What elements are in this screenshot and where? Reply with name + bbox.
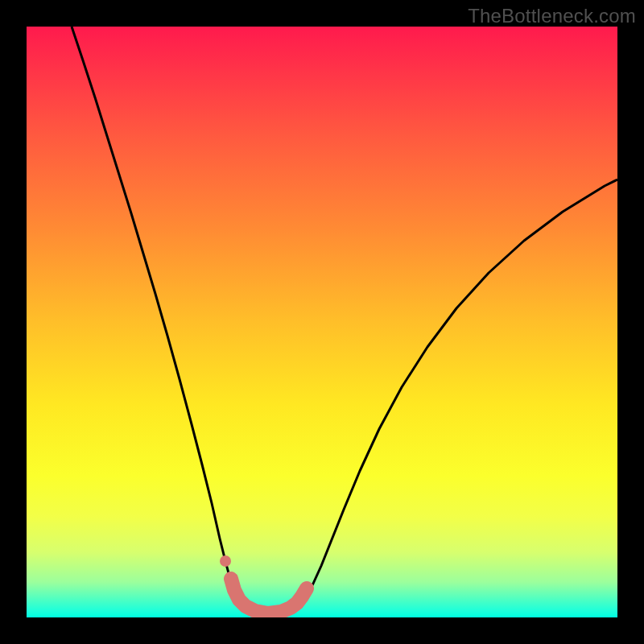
- watermark-text: TheBottleneck.com: [468, 5, 636, 27]
- chart-svg: [27, 27, 617, 617]
- series-highlight-band: [231, 579, 307, 613]
- series-bottleneck-curve: [72, 27, 617, 614]
- series-highlight-dot: [220, 555, 231, 567]
- plot-area: [27, 27, 617, 617]
- chart-frame: TheBottleneck.com: [0, 0, 644, 644]
- svg-point-0: [220, 555, 231, 567]
